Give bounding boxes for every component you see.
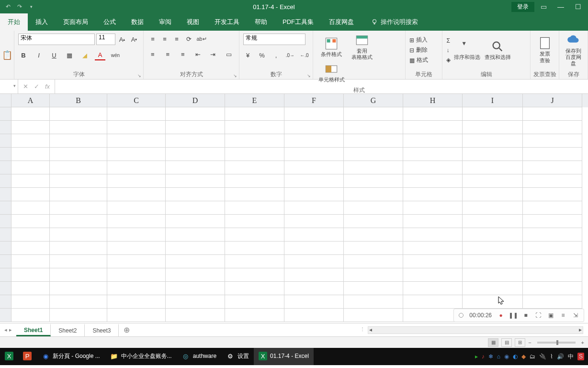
- task-excel-icon[interactable]: X: [0, 348, 18, 365]
- new-sheet-button[interactable]: ⊕: [119, 323, 135, 336]
- comma-icon[interactable]: ,: [271, 50, 281, 60]
- clear-button[interactable]: ◈: [446, 57, 451, 63]
- underline-button[interactable]: U: [49, 50, 59, 60]
- cell[interactable]: [11, 121, 50, 134]
- cell[interactable]: [225, 201, 284, 215]
- cell[interactable]: [463, 282, 523, 295]
- cell[interactable]: [50, 148, 107, 161]
- cell[interactable]: [403, 188, 463, 201]
- cell[interactable]: [403, 161, 463, 174]
- cell[interactable]: [225, 134, 284, 148]
- italic-button[interactable]: I: [34, 50, 44, 60]
- task-powerpoint-icon[interactable]: P: [18, 348, 36, 365]
- cell[interactable]: [403, 242, 463, 255]
- cell[interactable]: [11, 148, 50, 161]
- cell[interactable]: [403, 201, 463, 215]
- cell[interactable]: [344, 228, 403, 242]
- column-header[interactable]: H: [403, 94, 463, 107]
- tray-icon[interactable]: ❄: [488, 353, 493, 360]
- cell[interactable]: [344, 174, 403, 188]
- sheet-tab-1[interactable]: Sheet1: [16, 323, 51, 336]
- cell[interactable]: [523, 282, 582, 295]
- cell[interactable]: [11, 228, 50, 242]
- cell[interactable]: [463, 161, 523, 174]
- delete-cells-button[interactable]: ⊟删除: [409, 46, 428, 54]
- cell[interactable]: [11, 107, 50, 121]
- zoom-in-button[interactable]: +: [581, 340, 584, 345]
- column-header[interactable]: D: [166, 94, 225, 107]
- minimize-icon[interactable]: —: [553, 0, 569, 13]
- cell[interactable]: [284, 228, 344, 242]
- tray-icon[interactable]: ♪: [482, 353, 485, 360]
- cell[interactable]: [225, 282, 284, 295]
- cell[interactable]: [403, 107, 463, 121]
- cell[interactable]: [463, 255, 523, 268]
- cell[interactable]: [284, 215, 344, 228]
- cell[interactable]: [166, 161, 225, 174]
- page-layout-icon[interactable]: ▤: [501, 338, 512, 347]
- tray-icon[interactable]: ◐: [513, 353, 518, 360]
- cell[interactable]: [50, 107, 107, 121]
- shrink-font-icon[interactable]: A▾: [129, 34, 139, 45]
- cell[interactable]: [166, 242, 225, 255]
- cell[interactable]: [50, 295, 107, 309]
- paste-icon[interactable]: 📋: [2, 50, 12, 60]
- cell[interactable]: [523, 121, 582, 134]
- cell[interactable]: [225, 228, 284, 242]
- border-button[interactable]: ▦: [64, 50, 75, 60]
- column-header[interactable]: E: [225, 94, 284, 107]
- column-header[interactable]: I: [463, 94, 523, 107]
- cell[interactable]: [11, 188, 50, 201]
- cell[interactable]: [107, 201, 166, 215]
- cell[interactable]: [523, 268, 582, 282]
- cell[interactable]: [50, 228, 107, 242]
- cell[interactable]: [225, 188, 284, 201]
- row-header[interactable]: [0, 295, 11, 309]
- cell[interactable]: [463, 201, 523, 215]
- exit-icon[interactable]: ⇲: [572, 312, 579, 319]
- cell[interactable]: [284, 282, 344, 295]
- cell[interactable]: [523, 255, 582, 268]
- tray-icon[interactable]: ◆: [521, 353, 526, 360]
- align-center-icon[interactable]: ≡: [163, 49, 173, 59]
- cell[interactable]: [50, 121, 107, 134]
- maximize-icon[interactable]: ☐: [570, 0, 586, 13]
- tray-volume-icon[interactable]: 🔊: [557, 353, 564, 360]
- cell[interactable]: [523, 148, 582, 161]
- cell[interactable]: [344, 107, 403, 121]
- fullscreen-icon[interactable]: ⛶: [535, 312, 542, 319]
- column-header[interactable]: F: [284, 94, 344, 107]
- cell[interactable]: [463, 148, 523, 161]
- phonetic-button[interactable]: wén: [110, 50, 121, 60]
- cell[interactable]: [11, 309, 50, 322]
- tray-bluetooth-icon[interactable]: ⌂: [497, 353, 500, 360]
- currency-icon[interactable]: ¥: [243, 50, 252, 60]
- tab-formula[interactable]: 公式: [96, 13, 124, 31]
- cell[interactable]: [403, 121, 463, 134]
- zoom-out-button[interactable]: −: [528, 340, 531, 345]
- cell[interactable]: [523, 174, 582, 188]
- cell[interactable]: [403, 215, 463, 228]
- cell[interactable]: [403, 282, 463, 295]
- bold-button[interactable]: B: [18, 50, 29, 60]
- tell-me-search[interactable]: 操作说明搜索: [362, 13, 418, 31]
- cell[interactable]: [50, 188, 107, 201]
- fx-icon[interactable]: fx: [45, 83, 50, 90]
- cell[interactable]: [50, 215, 107, 228]
- cell[interactable]: [344, 188, 403, 201]
- cell[interactable]: [166, 282, 225, 295]
- task-settings[interactable]: ⚙设置: [221, 348, 254, 365]
- cell[interactable]: [403, 134, 463, 148]
- cell[interactable]: [107, 255, 166, 268]
- cell[interactable]: [284, 134, 344, 148]
- font-name-select[interactable]: 宋体: [18, 34, 95, 45]
- cell[interactable]: [11, 215, 50, 228]
- cell[interactable]: [523, 201, 582, 215]
- list-icon[interactable]: ≡: [560, 312, 566, 319]
- cell[interactable]: [225, 161, 284, 174]
- align-top-icon[interactable]: ≡: [147, 34, 158, 44]
- cell[interactable]: [50, 201, 107, 215]
- cell[interactable]: [166, 148, 225, 161]
- cell[interactable]: [284, 121, 344, 134]
- row-header[interactable]: [0, 107, 11, 121]
